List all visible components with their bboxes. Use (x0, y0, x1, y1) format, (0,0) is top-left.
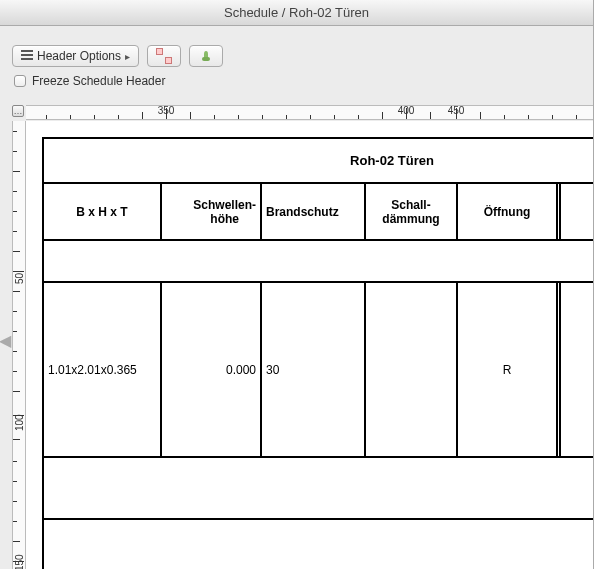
column-header-row: B x H x T Schwellen-höhe Brandschutz Sch… (44, 184, 593, 241)
schedule-sheet: Roh-02 Türen B x H x T Schwellen-höhe Br… (42, 137, 593, 569)
header-options-label: Header Options (37, 49, 121, 63)
freeze-header-checkbox[interactable] (14, 75, 26, 87)
window-title: Schedule / Roh-02 Türen (224, 5, 369, 20)
cell-schall[interactable] (366, 283, 458, 456)
nodes-icon (156, 48, 172, 64)
col-header-bht[interactable]: B x H x T (44, 184, 162, 239)
col-header-schall[interactable]: Schall-dämmung (366, 184, 458, 239)
ruler-vertical[interactable]: 50 100 150 (12, 121, 26, 569)
tree-button[interactable] (189, 45, 223, 67)
ruler-horizontal[interactable]: 350 400 450 (26, 105, 593, 120)
cell-bht[interactable]: 1.01x2.01x0.365 (44, 283, 162, 456)
col-header-schwelle[interactable]: Schwellen-höhe (162, 184, 262, 239)
separator-row (44, 458, 593, 520)
scroll-left-hint: ◀ (0, 333, 10, 347)
cell-brand[interactable]: 30 (262, 283, 366, 456)
separator-row (44, 241, 593, 283)
toolbar: Header Options ▸ (0, 40, 593, 70)
cell-extra[interactable] (561, 283, 593, 456)
col-header-brand[interactable]: Brandschutz (262, 184, 366, 239)
edit-nodes-button[interactable] (147, 45, 181, 67)
drawing-canvas[interactable]: Roh-02 Türen B x H x T Schwellen-höhe Br… (26, 121, 593, 569)
col-header-label: Schwellen-höhe (193, 198, 256, 226)
tree-icon (198, 49, 214, 63)
window-title-bar: Schedule / Roh-02 Türen (0, 0, 593, 26)
table-icon (21, 49, 33, 63)
col-header-oeffnung[interactable]: Öffnung (458, 184, 558, 239)
header-options-button[interactable]: Header Options ▸ (12, 45, 139, 67)
freeze-header-row: Freeze Schedule Header (0, 70, 593, 96)
ruler-v-label: 50 (14, 273, 25, 284)
ruler-v-label: 100 (14, 414, 25, 431)
ruler-origin-button[interactable]: … (12, 105, 24, 117)
col-header-extra[interactable] (561, 184, 593, 239)
sheet-title: Roh-02 Türen (44, 139, 593, 184)
cell-schwelle[interactable]: 0.000 (162, 283, 262, 456)
table-row[interactable]: 1.01x2.01x0.365 0.000 30 R (44, 283, 593, 458)
window: Schedule / Roh-02 Türen Header Options ▸… (0, 0, 594, 569)
chevron-right-icon: ▸ (125, 51, 130, 62)
cell-oeffnung[interactable]: R (458, 283, 558, 456)
freeze-header-label: Freeze Schedule Header (32, 74, 165, 88)
col-header-label: Schall-dämmung (382, 198, 439, 226)
